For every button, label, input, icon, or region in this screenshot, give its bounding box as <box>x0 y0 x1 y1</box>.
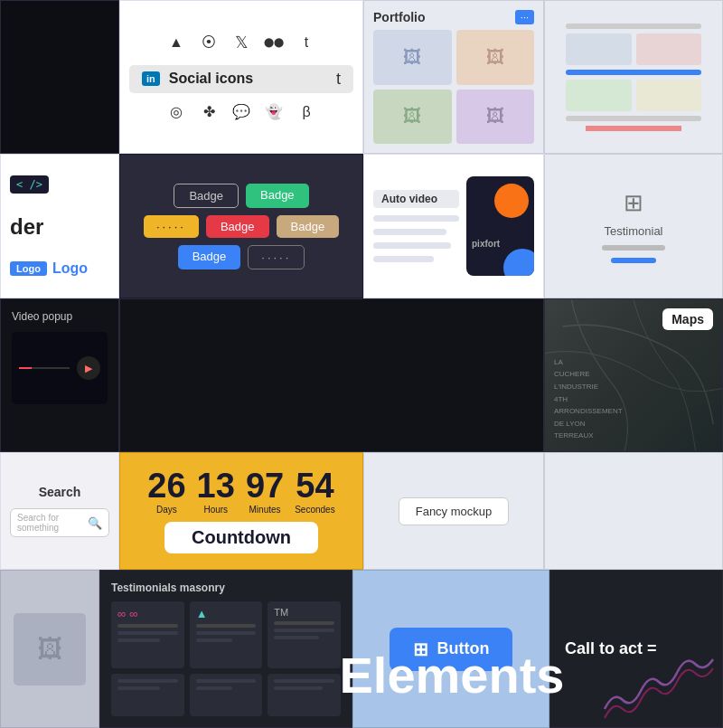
portfolio-thumb-3: 🖼 <box>373 90 452 145</box>
masonry-line-11 <box>117 686 160 690</box>
search-label: Search <box>39 485 81 499</box>
social-icon-whatsapp: 💬 <box>228 99 255 126</box>
countdown-numbers: 26 Days 13 Hours 97 Minutes 54 Secondes <box>147 468 334 515</box>
badges-cell: Badge Badge ····· Badge Badge Badge ····… <box>119 154 363 298</box>
social-icon-deviant: ✤ <box>195 99 222 126</box>
logo-text-1: der <box>10 214 43 240</box>
masonry-icon-row-1: ∞ ∞ <box>117 607 178 620</box>
testimonial-icon: ⊞ <box>624 189 643 217</box>
masonry-icon-2: ∞ <box>129 607 137 620</box>
video-progress-bar <box>19 367 70 369</box>
masonry-grid: ∞ ∞ ▲ TM <box>111 601 341 716</box>
masonry-line-9 <box>274 636 319 639</box>
social-icon-arch: ▲ <box>163 29 190 56</box>
maps-cell[interactable]: Maps LACUCHEREL'INDUSTRIE4THARRONDISSEME… <box>544 298 723 452</box>
tumblr-icon-2: t <box>336 70 341 89</box>
search-cell: Search Search for something 🔍 <box>0 452 119 570</box>
masonry-item-3: TM <box>268 601 341 668</box>
extra-line-1 <box>566 24 701 29</box>
testimonials-masonry-label: Testimonials masonry <box>111 581 341 594</box>
countdown-days: 26 Days <box>147 468 185 515</box>
extra-line-3 <box>566 116 701 121</box>
blue-circle <box>503 249 534 276</box>
badge-blue[interactable]: Badge <box>178 245 241 269</box>
auto-video-line-2 <box>373 229 446 235</box>
countdown-days-label: Days <box>156 505 177 515</box>
masonry-line-6 <box>196 638 232 642</box>
badge-outline-1[interactable]: Badge <box>174 184 239 208</box>
auto-video-content: Auto video <box>373 190 459 262</box>
badge-tan[interactable]: Badge <box>277 215 340 238</box>
portfolio-thumb-1: 🖼 <box>373 30 452 85</box>
badge-green[interactable]: Badge <box>246 184 309 208</box>
testimonial-line-2 <box>611 258 656 263</box>
hero-left-cell <box>0 0 119 154</box>
portfolio-header: Portfolio ··· <box>373 10 534 24</box>
masonry-line-10 <box>117 679 178 683</box>
countdown-hours: 13 Hours <box>197 468 235 515</box>
play-button[interactable]: ▶ <box>77 356 100 380</box>
masonry-line-4 <box>196 624 257 628</box>
logo-cell: < /> der Logo Logo <box>0 154 119 298</box>
countdown-hours-label: Hours <box>203 505 228 515</box>
video-popup-cell: Video popup ▶ <box>0 298 119 452</box>
countdown-minutes-value: 97 <box>246 468 284 503</box>
extra-mini-2 <box>636 33 701 65</box>
social-icons-label: Social icons <box>169 71 253 87</box>
badge-row-3: Badge ····· <box>178 245 305 269</box>
maps-overlay-text: LACUCHEREL'INDUSTRIE4THARRONDISSEMENTDE … <box>554 356 623 442</box>
masonry-line-14 <box>274 679 334 683</box>
extra-mini-grid-2 <box>566 80 701 111</box>
portfolio-grid: 🖼 🖼 🖼 🖼 <box>373 30 534 144</box>
masonry-icon-4: TM <box>274 607 288 618</box>
social-icons-bottom-row: ◎ ✤ 💬 👻 β <box>163 99 320 126</box>
portfolio-label: Portfolio <box>373 10 426 24</box>
search-input-box[interactable]: Search for something 🔍 <box>10 508 109 537</box>
portfolio-view-btn[interactable]: ··· <box>515 10 534 24</box>
orange-circle <box>494 184 529 218</box>
code-badge: < /> <box>10 175 49 194</box>
masonry-line-3 <box>117 638 160 642</box>
search-placeholder: Search for something <box>17 513 83 533</box>
social-icon-tumblr: t <box>293 29 320 56</box>
badge-dots-outline[interactable]: ····· <box>248 245 305 269</box>
masonry-icon-1: ∞ <box>117 607 126 620</box>
social-icon-snapchat: 👻 <box>260 99 287 126</box>
maps-label: Maps <box>662 308 713 330</box>
extra-right-row4-cell <box>544 452 723 570</box>
masonry-line-1 <box>117 624 178 628</box>
masonry-item-6 <box>268 674 341 716</box>
masonry-line-2 <box>117 631 178 635</box>
call-to-act-cell: Call to act = <box>549 570 723 728</box>
portfolio-thumb-2: 🖼 <box>456 30 535 85</box>
pixfort-text: pixfort <box>472 239 534 249</box>
extra-mini-3 <box>566 80 631 111</box>
bottom-thumb: 🖼 <box>14 613 86 685</box>
masonry-item-1: ∞ ∞ <box>111 601 184 668</box>
badge-dots-orange[interactable]: ····· <box>144 215 199 238</box>
countdown-cell: 26 Days 13 Hours 97 Minutes 54 Secondes … <box>119 452 363 570</box>
extra-line-2 <box>566 70 701 75</box>
countdown-hours-value: 13 <box>197 468 235 503</box>
masonry-line-5 <box>196 631 257 635</box>
testimonial-line-1 <box>602 245 665 251</box>
badge-row-1: Badge Badge <box>174 184 308 208</box>
masonry-line-7 <box>274 621 334 625</box>
extra-mini-1 <box>566 33 631 65</box>
fancy-mockup-btn[interactable]: Fancy mockup <box>399 497 510 525</box>
video-popup-label: Video popup <box>12 310 108 323</box>
masonry-item-5 <box>190 674 263 716</box>
auto-video-line-4 <box>373 256 434 262</box>
masonry-icon-row-2: ▲ <box>196 607 257 620</box>
extra-mini-grid <box>566 33 701 65</box>
elements-center-cell: 01 Elements <box>119 298 544 452</box>
countdown-minutes-label: Minutes <box>249 505 281 515</box>
logo-text-2: Logo <box>52 260 88 277</box>
logo-row: Logo Logo <box>10 260 88 277</box>
video-popup-screen[interactable]: ▶ <box>12 332 108 404</box>
masonry-line-13 <box>196 686 232 690</box>
masonry-icon-3: ▲ <box>196 607 208 620</box>
linkedin-icon: in <box>142 71 160 86</box>
badge-red[interactable]: Badge <box>206 215 269 238</box>
bottom-cell-1: 🖼 <box>0 570 99 728</box>
